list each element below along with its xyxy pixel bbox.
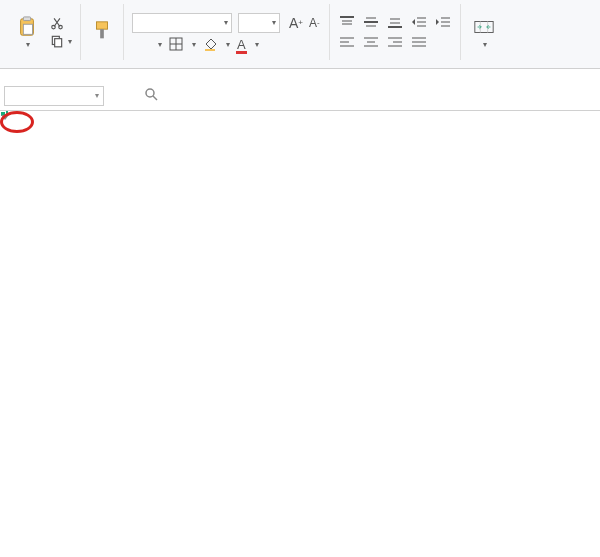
copy-icon	[50, 34, 64, 48]
svg-line-44	[153, 96, 157, 100]
align-bottom-button[interactable]	[386, 14, 404, 30]
svg-rect-6	[55, 39, 62, 47]
font-size-select[interactable]	[238, 13, 280, 33]
scissors-icon	[50, 16, 64, 30]
align-top-button[interactable]	[338, 14, 356, 30]
border-icon	[169, 37, 183, 51]
font-color-button[interactable]: A	[236, 37, 247, 52]
name-box[interactable]	[4, 86, 104, 106]
svg-rect-8	[100, 29, 104, 38]
bucket-icon	[203, 37, 217, 51]
svg-point-43	[146, 89, 154, 97]
formula-input[interactable]	[174, 87, 374, 104]
align-group	[330, 4, 461, 60]
format-painter-button[interactable]	[87, 18, 117, 46]
svg-point-4	[59, 25, 63, 29]
brush-icon	[91, 20, 113, 42]
merge-group: ▾	[461, 4, 507, 60]
ribbon: ▾ ▾	[0, 0, 600, 69]
svg-point-3	[52, 25, 56, 29]
align-middle-button[interactable]	[362, 14, 380, 30]
copy-button[interactable]: ▾	[48, 33, 74, 49]
align-center-button[interactable]	[362, 34, 380, 50]
decrease-font-button[interactable]: A-	[308, 16, 321, 30]
paste-button[interactable]: ▾	[12, 14, 42, 51]
fill-color-button[interactable]	[202, 37, 218, 51]
cut-button[interactable]	[48, 15, 74, 31]
svg-rect-12	[205, 49, 215, 51]
merge-icon	[473, 16, 495, 38]
format-painter-group	[81, 4, 124, 60]
justify-button[interactable]	[410, 34, 428, 50]
font-group: A+ A- ▾ ▾ ▾ A▾	[124, 4, 330, 60]
search-icon[interactable]	[144, 87, 158, 104]
formula-bar	[0, 81, 600, 111]
font-name-select[interactable]	[132, 13, 232, 33]
align-left-button[interactable]	[338, 34, 356, 50]
increase-indent-button[interactable]	[434, 14, 452, 30]
border-button[interactable]	[168, 37, 184, 51]
align-right-button[interactable]	[386, 34, 404, 50]
svg-rect-1	[23, 16, 30, 20]
svg-rect-2	[23, 24, 32, 34]
svg-rect-7	[97, 22, 108, 29]
increase-font-button[interactable]: A+	[288, 15, 304, 31]
merge-center-button[interactable]: ▾	[469, 14, 499, 51]
clipboard-group: ▾ ▾	[6, 4, 81, 60]
decrease-indent-button[interactable]	[410, 14, 428, 30]
dropdown-indicator[interactable]	[0, 111, 10, 121]
